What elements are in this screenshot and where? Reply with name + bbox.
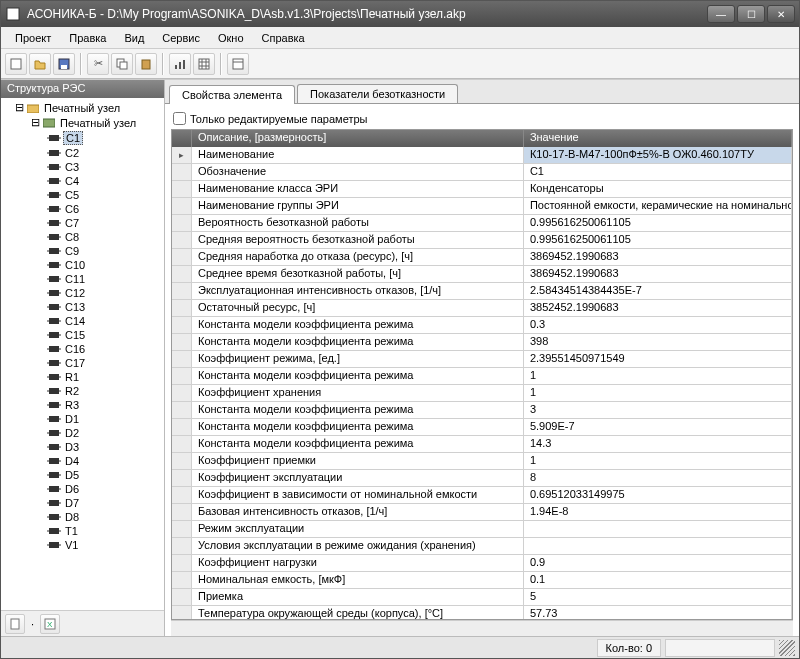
table-row[interactable]: Средняя наработка до отказа (ресурс), [ч… bbox=[172, 249, 792, 266]
table-row[interactable]: Коэффициент нагрузки0.9 bbox=[172, 555, 792, 572]
tree-leaf[interactable]: D8 bbox=[3, 510, 162, 524]
cell-value[interactable] bbox=[524, 521, 792, 537]
tree-leaf[interactable]: D4 bbox=[3, 454, 162, 468]
table-row[interactable]: Наименование группы ЭРИПостоянной емкост… bbox=[172, 198, 792, 215]
table-row[interactable]: Константа модели коэффициента режима1 bbox=[172, 368, 792, 385]
tree-leaf[interactable]: C13 bbox=[3, 300, 162, 314]
table-row[interactable]: Коэффициент эксплуатации8 bbox=[172, 470, 792, 487]
table-row[interactable]: Эксплуатационная интенсивность отказов, … bbox=[172, 283, 792, 300]
tree-leaf[interactable]: C10 bbox=[3, 258, 162, 272]
cell-value[interactable]: 14.3 bbox=[524, 436, 792, 452]
excel-icon[interactable]: X bbox=[40, 614, 60, 634]
tree-leaf[interactable]: C3 bbox=[3, 160, 162, 174]
copy-icon[interactable] bbox=[111, 53, 133, 75]
cell-value[interactable]: 398 bbox=[524, 334, 792, 350]
table-row[interactable]: Среднее время безотказной работы, [ч]386… bbox=[172, 266, 792, 283]
table-row[interactable]: Режим эксплуатации bbox=[172, 521, 792, 538]
tree-leaf[interactable]: D5 bbox=[3, 468, 162, 482]
tree-leaf[interactable]: C9 bbox=[3, 244, 162, 258]
tree-leaf[interactable]: C15 bbox=[3, 328, 162, 342]
table-row[interactable]: Номинальная емкость, [мкФ]0.1 bbox=[172, 572, 792, 589]
close-button[interactable]: ✕ bbox=[767, 5, 795, 23]
tree-leaf[interactable]: R3 bbox=[3, 398, 162, 412]
tree-leaf[interactable]: C12 bbox=[3, 286, 162, 300]
table-row[interactable]: Коэффициент хранения1 bbox=[172, 385, 792, 402]
tree-leaf[interactable]: C8 bbox=[3, 230, 162, 244]
tree-leaf[interactable]: C7 bbox=[3, 216, 162, 230]
tree-leaf[interactable]: C1 bbox=[3, 130, 162, 146]
table-row[interactable]: Константа модели коэффициента режима5.90… bbox=[172, 419, 792, 436]
table-row[interactable]: ОбозначениеC1 bbox=[172, 164, 792, 181]
table-row[interactable]: Коэффициент в зависимости от номинальной… bbox=[172, 487, 792, 504]
cell-value[interactable]: 5.909E-7 bbox=[524, 419, 792, 435]
tree-leaf[interactable]: C6 bbox=[3, 202, 162, 216]
tree-leaf[interactable]: D2 bbox=[3, 426, 162, 440]
cell-value[interactable]: 1 bbox=[524, 385, 792, 401]
menu-view[interactable]: Вид bbox=[116, 30, 152, 46]
tree-leaf[interactable]: C16 bbox=[3, 342, 162, 356]
tree-leaf[interactable]: D7 bbox=[3, 496, 162, 510]
cell-value[interactable]: 0.69512033149975 bbox=[524, 487, 792, 503]
table-row[interactable]: Константа модели коэффициента режима0.3 bbox=[172, 317, 792, 334]
table-row[interactable]: Средняя вероятность безотказной работы0.… bbox=[172, 232, 792, 249]
minimize-button[interactable]: — bbox=[707, 5, 735, 23]
table-row[interactable]: Константа модели коэффициента режима3 bbox=[172, 402, 792, 419]
grid-header-value[interactable]: Значение bbox=[524, 130, 792, 147]
cell-value[interactable]: 5 bbox=[524, 589, 792, 605]
open-icon[interactable] bbox=[29, 53, 51, 75]
cell-value[interactable]: 3852452.1990683 bbox=[524, 300, 792, 316]
resize-grip-icon[interactable] bbox=[779, 640, 795, 656]
cell-value[interactable]: Конденсаторы bbox=[524, 181, 792, 197]
new-file-icon[interactable] bbox=[5, 53, 27, 75]
table-icon[interactable] bbox=[193, 53, 215, 75]
tree-leaf[interactable]: C17 bbox=[3, 356, 162, 370]
cell-value[interactable]: 0.3 bbox=[524, 317, 792, 333]
tree-leaf[interactable]: D6 bbox=[3, 482, 162, 496]
cell-value[interactable] bbox=[524, 538, 792, 554]
tree-leaf[interactable]: C2 bbox=[3, 146, 162, 160]
table-row[interactable]: Наименование класса ЭРИКонденсаторы bbox=[172, 181, 792, 198]
only-editable-checkbox[interactable] bbox=[173, 112, 186, 125]
cell-value[interactable]: 57.73 bbox=[524, 606, 792, 619]
cell-value[interactable]: 1.94E-8 bbox=[524, 504, 792, 520]
tree-leaf[interactable]: C5 bbox=[3, 188, 162, 202]
table-row[interactable]: НаименованиеК10-17-В-М47-100пФ±5%-В ОЖ0.… bbox=[172, 147, 792, 164]
tab-reliability[interactable]: Показатели безотказности bbox=[297, 84, 458, 103]
cell-value[interactable]: 3869452.1990683 bbox=[524, 266, 792, 282]
tree-leaf[interactable]: D3 bbox=[3, 440, 162, 454]
collapse-icon[interactable]: ⊟ bbox=[15, 101, 24, 114]
tree-branch[interactable]: ⊟Печатный узел bbox=[3, 115, 162, 130]
table-row[interactable]: Приемка5 bbox=[172, 589, 792, 606]
paste-icon[interactable] bbox=[135, 53, 157, 75]
cell-value[interactable]: 3 bbox=[524, 402, 792, 418]
tree-leaf[interactable]: R2 bbox=[3, 384, 162, 398]
cell-value[interactable]: 3869452.1990683 bbox=[524, 249, 792, 265]
menu-edit[interactable]: Правка bbox=[61, 30, 114, 46]
menu-service[interactable]: Сервис bbox=[154, 30, 208, 46]
menu-project[interactable]: Проект bbox=[7, 30, 59, 46]
cell-value[interactable]: 0.995616250061105 bbox=[524, 215, 792, 231]
cut-icon[interactable]: ✂ bbox=[87, 53, 109, 75]
collapse-icon[interactable]: ⊟ bbox=[31, 116, 40, 129]
cell-value[interactable]: 2.39551450971549 bbox=[524, 351, 792, 367]
structure-tree[interactable]: ⊟Печатный узел⊟Печатный узелC1C2C3C4C5C6… bbox=[1, 98, 164, 610]
cell-value[interactable]: К10-17-В-М47-100пФ±5%-В ОЖ0.460.107ТУ bbox=[524, 147, 792, 163]
properties-icon[interactable] bbox=[227, 53, 249, 75]
cell-value[interactable]: 0.995616250061105 bbox=[524, 232, 792, 248]
menu-help[interactable]: Справка bbox=[254, 30, 313, 46]
table-row[interactable]: Коэффициент режима, [ед.]2.3955145097154… bbox=[172, 351, 792, 368]
table-row[interactable]: Остаточный ресурс, [ч]3852452.1990683 bbox=[172, 300, 792, 317]
table-row[interactable]: Коэффициент приемки1 bbox=[172, 453, 792, 470]
cell-value[interactable]: 1 bbox=[524, 453, 792, 469]
tree-leaf[interactable]: C11 bbox=[3, 272, 162, 286]
tree-leaf[interactable]: D1 bbox=[3, 412, 162, 426]
chart-icon[interactable] bbox=[169, 53, 191, 75]
cell-value[interactable]: 0.9 bbox=[524, 555, 792, 571]
cell-value[interactable]: 0.1 bbox=[524, 572, 792, 588]
report-icon[interactable] bbox=[5, 614, 25, 634]
tree-root[interactable]: ⊟Печатный узел bbox=[3, 100, 162, 115]
grid-header-description[interactable]: Описание, [размерность] bbox=[192, 130, 524, 147]
table-row[interactable]: Базовая интенсивность отказов, [1/ч]1.94… bbox=[172, 504, 792, 521]
table-row[interactable]: Константа модели коэффициента режима14.3 bbox=[172, 436, 792, 453]
cell-value[interactable]: C1 bbox=[524, 164, 792, 180]
